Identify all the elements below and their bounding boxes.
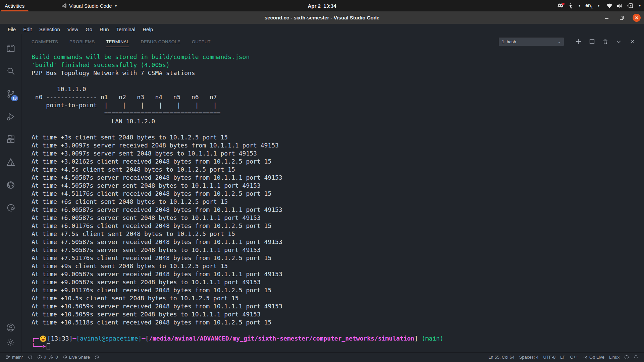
search-icon[interactable] xyxy=(0,60,21,82)
shell-prompt-line1: ┌─[13:33]─[avinal@spacetime]─[/media/avi… xyxy=(32,335,644,343)
tab-terminal[interactable]: TERMINAL xyxy=(106,34,129,49)
menu-item[interactable]: Edit xyxy=(19,24,36,34)
face-emoji-icon xyxy=(40,336,46,342)
terminal-log-line: At time +7.5s client sent 2048 bytes to … xyxy=(32,230,644,238)
terminal-log-line: At time +3s client sent 2048 bytes to 10… xyxy=(32,133,644,141)
menu-item[interactable]: Run xyxy=(96,24,113,34)
tab-problems[interactable]: PROBLEMS xyxy=(69,34,95,49)
wifi-icon[interactable] xyxy=(606,3,612,8)
menu-bar: FileEditSelectionViewGoRunTerminalHelp xyxy=(0,24,644,34)
app-menu-caret-icon: ▼ xyxy=(114,4,118,8)
activity-bar: 18 xyxy=(0,34,21,352)
window-title-bar: second.cc - sixth-semester - Visual Stud… xyxy=(0,11,644,24)
activities-button[interactable]: Activities xyxy=(0,0,29,11)
git-branch-status[interactable]: main* xyxy=(3,355,25,360)
settings-gear-icon[interactable] xyxy=(0,335,21,350)
terminal-log-line: At time +10.5059s server received 2048 b… xyxy=(32,302,644,310)
maximize-panel-chevron-icon[interactable] xyxy=(614,37,623,46)
terminal-log-line: At time +9.01176s client received 2048 b… xyxy=(32,286,644,294)
terminal-output[interactable]: Build commands will be stored in build/c… xyxy=(21,49,644,352)
account-icon[interactable] xyxy=(0,320,21,335)
cmake-icon[interactable] xyxy=(0,151,21,174)
prompt-bracket: [ xyxy=(145,335,149,343)
menu-item[interactable]: Terminal xyxy=(113,24,139,34)
sync-changes-button[interactable] xyxy=(25,355,35,360)
split-terminal-icon[interactable] xyxy=(588,37,596,46)
battery-icon[interactable] xyxy=(627,3,634,8)
menu-item[interactable]: Selection xyxy=(36,24,64,34)
terminal-build-line: 'build' finished successfully (4.005s) xyxy=(32,61,644,69)
terminal-intro-line: P2P Bus Topology Network with 7 CSMA sta… xyxy=(32,69,644,77)
close-button[interactable]: ✕ xyxy=(633,14,641,22)
system-menu-caret-icon[interactable]: ▼ xyxy=(638,4,641,7)
status-bar: main* 0 0 Live Share xyxy=(0,352,644,362)
kill-terminal-trash-icon[interactable] xyxy=(601,37,610,46)
problems-status[interactable]: 0 0 xyxy=(35,355,60,360)
eol-status[interactable]: LF xyxy=(558,355,568,360)
prompt-user-host: [avinal@spacetime] xyxy=(76,335,142,343)
terminal-cursor xyxy=(47,343,50,350)
tab-output[interactable]: OUTPUT xyxy=(192,34,211,49)
system-tray: ▼ en1 ▼ ▼ xyxy=(557,0,641,11)
terminal-blank-line xyxy=(32,326,644,335)
accessibility-icon[interactable] xyxy=(568,3,574,9)
live-share-label: Live Share xyxy=(69,355,90,360)
activities-label: Activities xyxy=(5,3,24,9)
terminal-log-line: At time +9.00587s server sent 2048 bytes… xyxy=(32,278,644,286)
shell-prompt-line2: └──➤ xyxy=(32,343,644,351)
terminal-build-line: Build commands will be stored in build/c… xyxy=(32,53,644,61)
indentation-status[interactable]: Spaces: 4 xyxy=(517,355,541,360)
panel-actions: 1: bash ⌄ xyxy=(498,34,637,49)
prompt-bracket: ] xyxy=(414,335,418,343)
new-terminal-icon[interactable] xyxy=(574,37,583,46)
prompt-dash: ─ xyxy=(142,335,145,343)
source-control-icon[interactable]: 18 xyxy=(0,82,21,105)
keyboard-layout-indicator[interactable]: en1 xyxy=(585,3,593,9)
terminal-blank-line xyxy=(32,77,644,85)
explorer-icon[interactable] xyxy=(0,37,21,60)
tab-comments[interactable]: COMMENTS xyxy=(32,34,58,49)
terminal-log-line: At time +3.0097s server sent 2048 bytes … xyxy=(32,149,644,158)
extensions-icon[interactable] xyxy=(0,128,21,151)
run-debug-icon[interactable] xyxy=(0,105,21,128)
close-panel-icon[interactable] xyxy=(628,37,637,46)
feedback-icon[interactable] xyxy=(622,355,631,360)
tab-debug-console[interactable]: DEBUG CONSOLE xyxy=(141,34,180,49)
encoding-status[interactable]: UTF-8 xyxy=(541,355,558,360)
language-mode-status[interactable]: C++ xyxy=(568,355,581,360)
live-share-status[interactable]: Live Share xyxy=(60,355,92,360)
discord-tray-icon[interactable] xyxy=(557,3,564,8)
github-icon[interactable] xyxy=(0,174,21,196)
go-live-button[interactable]: Go Live xyxy=(581,355,607,360)
minimize-button[interactable] xyxy=(603,14,610,21)
cursor-position-status[interactable]: Ln 55, Col 64 xyxy=(486,355,517,360)
menu-item[interactable]: File xyxy=(4,24,19,34)
source-control-badge: 18 xyxy=(11,95,18,101)
menu-item[interactable]: View xyxy=(64,24,82,34)
timeline-history-icon[interactable] xyxy=(92,355,102,360)
prompt-path: /media/avinal/ADVANCED/my_git/sixth-seme… xyxy=(149,335,414,343)
menu-item[interactable]: Go xyxy=(82,24,96,34)
terminal-topology-line: point-to-point | | | | | | | xyxy=(32,101,644,109)
terminal-log-line: At time +9s client sent 2048 bytes to 10… xyxy=(32,262,644,270)
desktop-top-bar: Activities Visual Studio Code ▼ Apr 2 13… xyxy=(0,0,644,11)
terminal-log-line: At time +7.50587s server sent 2048 bytes… xyxy=(32,246,644,254)
os-status[interactable]: Linux xyxy=(607,355,622,360)
go-live-label: Go Live xyxy=(589,355,604,360)
live-share-icon[interactable] xyxy=(0,196,21,219)
terminal-log-line: At time +3.0097s server received 2048 by… xyxy=(32,141,644,149)
restore-button[interactable] xyxy=(618,14,625,21)
terminal-log-line: At time +6s client sent 2048 bytes to 10… xyxy=(32,198,644,206)
desktop-clock[interactable]: Apr 2 13:34 xyxy=(308,0,336,11)
menu-item[interactable]: Help xyxy=(139,24,157,34)
app-menu-button[interactable]: Visual Studio Code ▼ xyxy=(58,0,121,11)
terminal-log-line: At time +9.00587s server received 2048 b… xyxy=(32,270,644,278)
terminal-topology-line: ================================ xyxy=(32,109,644,117)
accessibility-caret-icon: ▼ xyxy=(578,4,581,7)
terminal-log-line: At time +7.51176s client received 2048 b… xyxy=(32,254,644,262)
volume-icon[interactable] xyxy=(617,3,623,8)
prompt-arrow: └──➤ xyxy=(32,343,46,351)
notifications-bell-icon[interactable] xyxy=(631,355,641,360)
terminal-selector-dropdown[interactable]: 1: bash ⌄ xyxy=(498,37,564,46)
prompt-corner: ┌─ xyxy=(32,335,39,343)
